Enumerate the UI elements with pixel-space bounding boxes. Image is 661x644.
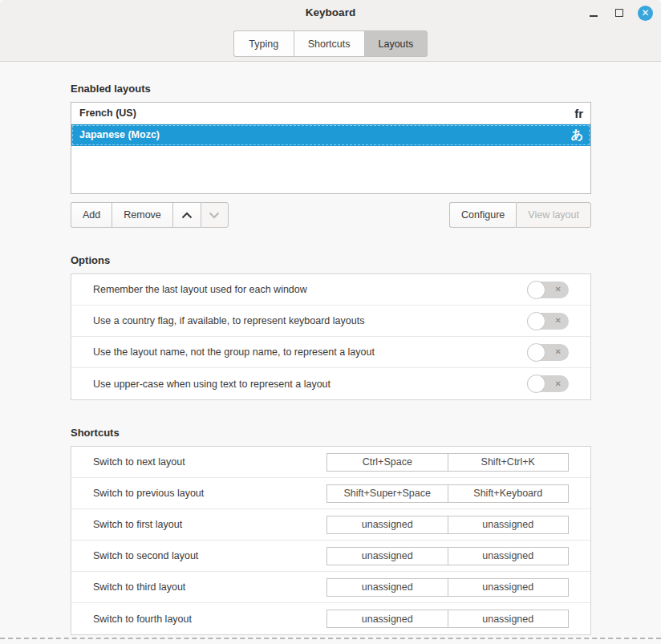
shortcut-row-previous-layout: Switch to previous layout Shift+Super+Sp… xyxy=(71,478,590,509)
edit-buttons-group: Add Remove xyxy=(71,202,229,228)
layout-name: Japanese (Mozc) xyxy=(79,129,571,140)
maximize-icon xyxy=(615,9,623,17)
move-down-button[interactable] xyxy=(201,202,229,228)
shortcut-label: Switch to previous layout xyxy=(93,488,326,499)
options-heading: Options xyxy=(71,254,591,266)
toggle-off-x-icon: ✕ xyxy=(555,286,562,294)
binding-cell-1[interactable]: unassigned xyxy=(327,610,448,627)
close-icon: ✕ xyxy=(641,8,649,18)
tab-layouts[interactable]: Layouts xyxy=(364,30,428,57)
shortcut-label: Switch to second layout xyxy=(93,550,326,561)
binding-group: Shift+Super+Space Shift+Keyboard xyxy=(326,484,569,503)
toggle-knob xyxy=(527,281,545,299)
option-label: Use upper-case when using text to repres… xyxy=(93,379,527,390)
binding-cell-2[interactable]: unassigned xyxy=(448,610,569,627)
add-layout-button[interactable]: Add xyxy=(71,202,112,228)
tab-shortcuts[interactable]: Shortcuts xyxy=(294,30,364,57)
layout-indicator-icon: あ xyxy=(571,128,583,143)
option-label: Remember the last layout used for each w… xyxy=(93,284,527,295)
view-layout-button[interactable]: View layout xyxy=(516,202,591,228)
toggle-layout-name[interactable]: ✕ xyxy=(527,344,569,361)
toggle-off-x-icon: ✕ xyxy=(555,348,562,356)
shortcut-row-first-layout: Switch to first layout unassigned unassi… xyxy=(71,509,590,541)
window-controls: ✕ xyxy=(586,6,653,20)
option-row-upper-case: Use upper-case when using text to repres… xyxy=(71,368,590,399)
layout-name: French (US) xyxy=(79,107,574,119)
minimize-button[interactable] xyxy=(586,6,601,20)
binding-group: unassigned unassigned xyxy=(326,516,569,534)
binding-cell-2[interactable]: unassigned xyxy=(448,516,569,533)
shortcut-row-third-layout: Switch to third layout unassigned unassi… xyxy=(71,572,590,603)
toggle-knob xyxy=(527,375,545,393)
configure-buttons-group: Configure View layout xyxy=(449,202,591,228)
option-label: Use the layout name, not the group name,… xyxy=(93,346,527,358)
option-row-country-flag: Use a country flag, if available, to rep… xyxy=(71,306,590,337)
layout-row-japanese[interactable]: Japanese (Mozc) あ xyxy=(71,124,590,146)
option-row-layout-name: Use the layout name, not the group name,… xyxy=(71,337,590,368)
toggle-upper-case[interactable]: ✕ xyxy=(527,375,569,392)
binding-group: unassigned unassigned xyxy=(326,547,569,565)
chevron-up-icon xyxy=(181,212,193,219)
binding-cell-2[interactable]: Shift+Keyboard xyxy=(448,485,569,502)
tab-typing[interactable]: Typing xyxy=(233,30,294,57)
maximize-button[interactable] xyxy=(612,6,627,20)
layout-list-actions: Add Remove Configure View layout xyxy=(71,202,591,228)
binding-cell-1[interactable]: unassigned xyxy=(327,548,448,565)
toggle-off-x-icon: ✕ xyxy=(555,317,562,325)
toggle-country-flag[interactable]: ✕ xyxy=(527,313,569,330)
close-button[interactable]: ✕ xyxy=(638,6,653,21)
tab-bar: Typing Shortcuts Layouts xyxy=(0,30,661,57)
toggle-knob xyxy=(527,343,545,362)
layouts-page: Enabled layouts French (US) fr Japanese … xyxy=(0,83,661,635)
shortcut-row-fourth-layout: Switch to fourth layout unassigned unass… xyxy=(71,603,590,634)
layout-row-french[interactable]: French (US) fr xyxy=(71,103,590,124)
binding-cell-2[interactable]: unassigned xyxy=(448,548,569,565)
options-group: Remember the last layout used for each w… xyxy=(71,273,591,400)
binding-cell-1[interactable]: Ctrl+Space xyxy=(327,454,448,471)
shortcut-label: Switch to fourth layout xyxy=(93,614,326,625)
window-header: Keyboard ✕ Typing Shortcuts Layouts xyxy=(0,0,661,62)
shortcut-label: Switch to first layout xyxy=(93,519,326,530)
toggle-knob xyxy=(527,312,545,330)
configure-button[interactable]: Configure xyxy=(449,202,516,228)
enabled-layouts-list: French (US) fr Japanese (Mozc) あ xyxy=(71,102,591,194)
shortcut-row-second-layout: Switch to second layout unassigned unass… xyxy=(71,541,590,572)
binding-cell-2[interactable]: unassigned xyxy=(448,579,569,596)
binding-cell-2[interactable]: Shift+Ctrl+K xyxy=(448,454,569,471)
scroll-undershoot-indicator xyxy=(0,638,661,639)
option-label: Use a country flag, if available, to rep… xyxy=(93,315,527,326)
binding-cell-1[interactable]: unassigned xyxy=(327,516,448,533)
shortcuts-group: Switch to next layout Ctrl+Space Shift+C… xyxy=(71,446,591,635)
shortcut-label: Switch to third layout xyxy=(93,581,326,593)
shortcuts-heading: Shortcuts xyxy=(71,427,591,439)
binding-group: Ctrl+Space Shift+Ctrl+K xyxy=(326,453,569,472)
option-row-remember-layout: Remember the last layout used for each w… xyxy=(71,274,590,306)
binding-cell-1[interactable]: unassigned xyxy=(327,579,448,596)
binding-group: unassigned unassigned xyxy=(326,610,569,628)
toggle-remember-layout[interactable]: ✕ xyxy=(527,281,569,298)
shortcut-label: Switch to next layout xyxy=(93,456,326,468)
remove-layout-button[interactable]: Remove xyxy=(112,202,172,228)
minimize-icon xyxy=(590,15,598,17)
enabled-layouts-heading: Enabled layouts xyxy=(71,83,591,95)
binding-cell-1[interactable]: Shift+Super+Space xyxy=(327,485,448,502)
chevron-down-icon xyxy=(209,212,220,219)
binding-group: unassigned unassigned xyxy=(326,578,569,597)
toggle-off-x-icon: ✕ xyxy=(555,379,562,387)
window-title: Keyboard xyxy=(0,6,661,18)
move-up-button[interactable] xyxy=(172,202,201,228)
titlebar[interactable]: Keyboard ✕ xyxy=(0,0,661,26)
layout-indicator-icon: fr xyxy=(574,107,583,120)
shortcut-row-next-layout: Switch to next layout Ctrl+Space Shift+C… xyxy=(71,447,590,478)
